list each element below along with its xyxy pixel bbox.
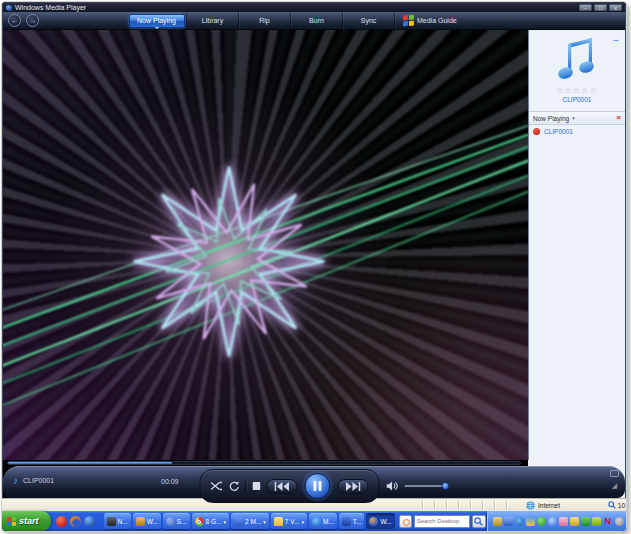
tab-media-guide[interactable]: Media Guide (417, 17, 467, 24)
start-button[interactable]: start (2, 511, 51, 531)
playback-cluster (199, 469, 379, 503)
playlist-header: Now Playing ▾ × (529, 112, 625, 125)
tray-icon-3[interactable] (515, 517, 524, 526)
stop-button[interactable] (252, 482, 260, 490)
minimize-button[interactable]: – (579, 4, 592, 11)
tray-icon-8[interactable] (570, 517, 579, 526)
task-group-folders[interactable]: 7 V...▾ (271, 513, 307, 529)
track-caption[interactable]: CLIP0001 (529, 96, 625, 103)
quick-launch-icon-3[interactable] (84, 516, 95, 527)
wmp-window: Windows Media Player – □ x ← → Now Playi… (2, 2, 626, 498)
shuffle-button[interactable] (210, 481, 222, 491)
chevron-down-icon (155, 27, 159, 29)
close-button[interactable]: x (609, 4, 622, 11)
pause-button[interactable] (304, 473, 330, 499)
tab-library[interactable]: Library (187, 12, 239, 29)
taskbar: start N... W... S... 8 G...▾ 2 M...▾ 7 V… (2, 511, 626, 531)
speaker-icon[interactable] (386, 477, 398, 495)
search-deskbar (399, 515, 486, 528)
music-note-icon (556, 36, 598, 84)
playlist-empty-area (529, 138, 625, 460)
go-arrow-icon[interactable]: → (611, 34, 620, 44)
tray-icon-7[interactable] (559, 517, 568, 526)
zoom-level: 10 (618, 502, 625, 509)
chevron-down-icon[interactable]: ▾ (572, 115, 575, 121)
divider (245, 480, 246, 492)
task-group-2[interactable]: 2 M...▾ (231, 513, 269, 529)
firefox-icon[interactable] (70, 516, 81, 527)
title-bar: Windows Media Player – □ x (3, 3, 625, 12)
volume-slider[interactable] (404, 485, 448, 487)
task-button-3[interactable]: S... (163, 513, 190, 529)
resize-corner-icon[interactable]: ◢ (612, 482, 617, 489)
album-art-box: → ☆☆☆☆☆ CLIP0001 (529, 30, 625, 112)
previous-button[interactable] (266, 479, 297, 494)
desktop-search-icon[interactable] (399, 515, 412, 528)
next-button[interactable] (337, 479, 368, 494)
note-icon: ♪ (13, 475, 18, 486)
globe-icon (526, 501, 535, 510)
visualization-scene (3, 30, 528, 460)
task-button-1[interactable]: N... (104, 513, 131, 529)
quick-launch-icon-1[interactable] (56, 516, 67, 527)
current-track-label: CLIP0001 (23, 477, 54, 484)
maximize-button[interactable]: □ (594, 4, 607, 11)
quick-launch (51, 516, 100, 527)
task-button-wmp-active[interactable]: W... (366, 513, 394, 529)
system-tray: N (486, 511, 627, 531)
playlist-item[interactable]: CLIP0001 (529, 125, 625, 138)
seek-progress (8, 462, 172, 464)
tab-rip[interactable]: Rip (239, 12, 291, 29)
search-go-button[interactable] (472, 515, 486, 528)
playlist-title[interactable]: Now Playing (533, 115, 569, 122)
visualization-pane[interactable] (3, 30, 528, 460)
task-button-8[interactable]: T... (339, 513, 365, 529)
window-title: Windows Media Player (15, 3, 86, 12)
tray-icon-12[interactable] (615, 517, 624, 526)
task-button-ie[interactable]: M... (309, 513, 337, 529)
windows-logo-icon (403, 15, 414, 27)
search-input[interactable] (414, 515, 470, 528)
task-button-2[interactable]: W... (133, 513, 161, 529)
forward-button[interactable]: → (26, 14, 39, 27)
seek-bar[interactable] (7, 461, 521, 465)
tab-burn[interactable]: Burn (291, 12, 343, 29)
task-group-chrome[interactable]: 8 G...▾ (192, 513, 229, 529)
repeat-button[interactable] (228, 481, 239, 492)
screenshot-frame: Windows Media Player – □ x ← → Now Playi… (0, 0, 631, 534)
tray-icon-1[interactable] (493, 517, 502, 526)
status-zone-label: Internet (538, 502, 560, 509)
tray-icon-5[interactable] (537, 517, 546, 526)
close-list-icon[interactable]: × (616, 114, 621, 122)
transport-bar: ♪ CLIP0001 00:09 (3, 460, 625, 498)
tab-sync[interactable]: Sync (343, 12, 395, 29)
screenshot-border: Windows Media Player – □ x ← → Now Playi… (1, 1, 627, 532)
elapsed-time: 00:09 (161, 478, 179, 485)
windows-logo-icon (7, 516, 16, 526)
back-button[interactable]: ← (8, 14, 21, 27)
tray-icon-4[interactable] (526, 517, 535, 526)
rating-stars[interactable]: ☆☆☆☆☆ (529, 86, 625, 95)
wmp-app-icon (6, 5, 12, 11)
item-status-icon (533, 128, 540, 135)
tray-icon-9[interactable] (581, 517, 590, 526)
tab-bar: ← → Now Playing Library Rip Burn Sync Me… (3, 12, 625, 30)
zoom-magnifier-icon[interactable] (608, 501, 616, 509)
tray-icon-10[interactable] (592, 517, 601, 526)
task-buttons: N... W... S... 8 G...▾ 2 M...▾ 7 V...▾ M… (104, 513, 395, 529)
compact-mode-icon[interactable] (610, 470, 619, 477)
now-playing-sidebar: → ☆☆☆☆☆ CLIP0001 (528, 30, 625, 460)
tray-icon-6[interactable] (548, 517, 557, 526)
tray-icon-n[interactable]: N (603, 517, 613, 526)
tab-now-playing[interactable]: Now Playing (129, 14, 185, 28)
tray-icon-2[interactable] (504, 517, 513, 526)
